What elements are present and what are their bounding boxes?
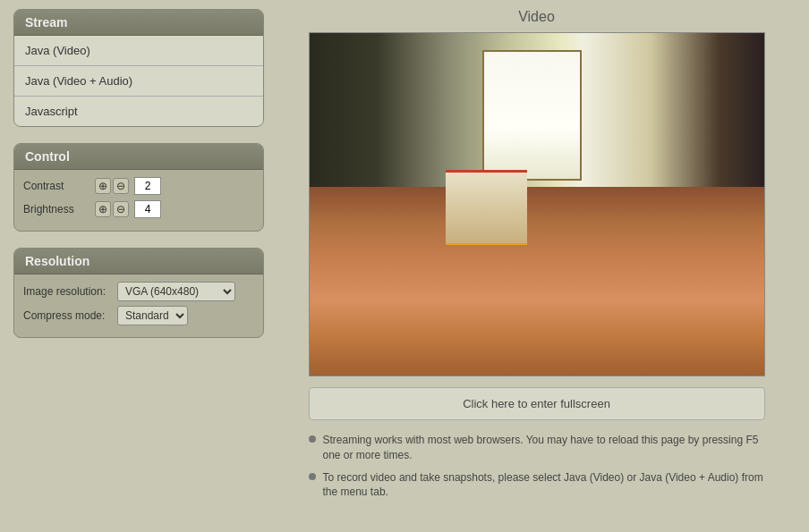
brightness-controls: ⊕ ⊖ [95, 200, 161, 218]
scene-window [482, 50, 583, 181]
brightness-decrement-button[interactable]: ⊖ [113, 201, 129, 217]
contrast-value-input[interactable] [134, 177, 161, 195]
java-video-button[interactable]: Java (Video) [14, 36, 263, 66]
resolution-panel: Resolution Image resolution: VGA (640x48… [13, 248, 264, 338]
brightness-increment-button[interactable]: ⊕ [95, 201, 111, 217]
control-body: Contrast ⊕ ⊖ Brightness ⊕ ⊖ [14, 170, 263, 231]
contrast-decrement-button[interactable]: ⊖ [113, 178, 129, 194]
fullscreen-button[interactable]: Click here to enter fullscreen [309, 387, 765, 420]
compress-mode-select[interactable]: Standard High Low [117, 306, 188, 325]
compress-mode-row: Compress mode: Standard High Low [23, 306, 254, 325]
compress-mode-label: Compress mode: [23, 309, 117, 322]
image-resolution-select[interactable]: VGA (640x480) QVGA (320x240) QQVGA (160x… [117, 282, 235, 301]
scene-desk [310, 187, 764, 376]
javascript-button[interactable]: Javascript [14, 97, 263, 126]
bullet-icon-2 [309, 473, 316, 480]
page-title: Video [518, 9, 555, 25]
scene-box [446, 170, 527, 245]
contrast-row: Contrast ⊕ ⊖ [23, 177, 254, 195]
contrast-label: Contrast [23, 180, 95, 192]
brightness-value-input[interactable] [134, 200, 161, 218]
main-content: Video Click here to enter fullscreen Str… [277, 9, 796, 507]
contrast-controls: ⊕ ⊖ [95, 177, 161, 195]
image-resolution-row: Image resolution: VGA (640x480) QVGA (32… [23, 282, 254, 301]
control-panel-header: Control [14, 144, 263, 170]
brightness-label: Brightness [23, 203, 95, 215]
info-item-1: Streaming works with most web browsers. … [309, 433, 765, 463]
resolution-body: Image resolution: VGA (640x480) QVGA (32… [14, 274, 263, 337]
info-section: Streaming works with most web browsers. … [309, 433, 765, 507]
info-text-2: To record video and take snapshots, plea… [323, 470, 765, 501]
video-scene [310, 33, 764, 376]
image-resolution-label: Image resolution: [23, 285, 117, 298]
brightness-row: Brightness ⊕ ⊖ [23, 200, 254, 218]
video-container [309, 32, 765, 376]
sidebar: Stream Java (Video) Java (Video + Audio)… [13, 9, 264, 507]
contrast-increment-button[interactable]: ⊕ [95, 178, 111, 194]
stream-panel-header: Stream [14, 10, 263, 36]
info-text-1: Streaming works with most web browsers. … [323, 433, 765, 463]
stream-panel: Stream Java (Video) Java (Video + Audio)… [13, 9, 264, 127]
info-item-2: To record video and take snapshots, plea… [309, 470, 765, 501]
java-video-audio-button[interactable]: Java (Video + Audio) [14, 66, 263, 97]
control-panel: Control Contrast ⊕ ⊖ Brightness ⊕ [13, 143, 264, 232]
resolution-panel-header: Resolution [14, 249, 263, 274]
bullet-icon-1 [309, 435, 316, 443]
